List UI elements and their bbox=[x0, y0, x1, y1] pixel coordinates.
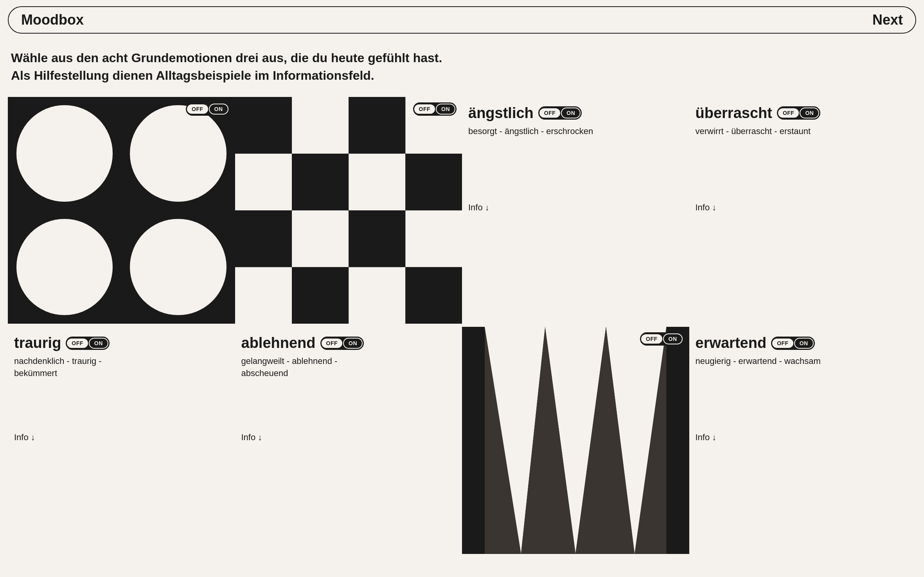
drape-toggle-overlay: OFF ON bbox=[640, 332, 684, 346]
circle-br bbox=[130, 219, 227, 315]
freudig-toggle-group: OFF ON bbox=[186, 102, 230, 116]
topbar: Moodbox Next bbox=[8, 6, 916, 34]
svg-rect-1 bbox=[292, 97, 349, 154]
erwartend-toggle-on[interactable]: ON bbox=[794, 338, 814, 349]
svg-rect-13 bbox=[292, 267, 349, 324]
svg-rect-2 bbox=[349, 97, 405, 154]
traurig-header: traurig OFF ON bbox=[14, 335, 229, 351]
app-title: Moodbox bbox=[21, 12, 84, 28]
aengstlich-header: ängstlich OFF ON bbox=[468, 105, 683, 122]
ablehnend-toggle-group: OFF ON bbox=[320, 337, 364, 350]
ablehnend-toggle-on[interactable]: ON bbox=[343, 338, 363, 349]
aengstlich-toggle-group: OFF ON bbox=[538, 106, 582, 120]
checker-toggle-off[interactable]: OFF bbox=[414, 104, 435, 114]
checker-pattern-container bbox=[235, 97, 462, 324]
drape-toggle-group: OFF ON bbox=[640, 332, 684, 346]
emotion-row-1: OFF ON bbox=[0, 97, 924, 324]
aengstlich-toggle-off[interactable]: OFF bbox=[539, 108, 561, 118]
traurig-toggle-off[interactable]: OFF bbox=[67, 339, 88, 348]
next-button[interactable]: Next bbox=[872, 12, 903, 28]
ablehnend-info-link[interactable]: Info ↓ bbox=[241, 432, 456, 443]
svg-rect-12 bbox=[235, 267, 292, 324]
svg-rect-9 bbox=[292, 210, 349, 267]
svg-rect-4 bbox=[235, 154, 292, 210]
svg-rect-6 bbox=[349, 154, 405, 210]
circle-tl bbox=[16, 105, 113, 202]
instruction-line2: Als Hilfestellung dienen Alltagsbeispiel… bbox=[11, 67, 913, 84]
erwartend-name: erwartend bbox=[696, 335, 767, 351]
emotion-traurig-cell: traurig OFF ON nachdenklich - traurig -b… bbox=[8, 327, 235, 452]
svg-rect-7 bbox=[405, 154, 462, 210]
erwartend-toggle-group: OFF ON bbox=[771, 337, 815, 350]
instruction-line1: Wähle aus den acht Grundemotionen drei a… bbox=[11, 49, 913, 67]
ablehnend-desc: gelangweilt - ablehnend -abscheuend bbox=[241, 355, 456, 380]
circle-tr bbox=[130, 105, 227, 202]
traurig-info-link[interactable]: Info ↓ bbox=[14, 432, 229, 443]
aengstlich-toggle-on[interactable]: ON bbox=[561, 108, 581, 118]
traurig-desc: nachdenklich - traurig -bekümmert bbox=[14, 355, 229, 380]
freudig-toggle-on[interactable]: ON bbox=[209, 104, 228, 115]
ablehnend-toggle-off[interactable]: OFF bbox=[322, 339, 343, 348]
svg-rect-15 bbox=[405, 267, 462, 324]
checker-svg bbox=[235, 97, 462, 324]
drape-pattern-container bbox=[462, 327, 689, 554]
ueberrascht-name: überrascht bbox=[696, 105, 772, 122]
emotion-aengstlich-cell: ängstlich OFF ON besorgt - ängstlich - e… bbox=[462, 97, 689, 222]
ablehnend-header: ablehnend OFF ON bbox=[241, 335, 456, 351]
aengstlich-name: ängstlich bbox=[468, 105, 534, 122]
aengstlich-desc: besorgt - ängstlich - erschrocken bbox=[468, 125, 683, 138]
emotion-checker-image-cell: OFF ON bbox=[235, 97, 462, 324]
emotion-drape-image-cell: OFF ON bbox=[462, 327, 689, 554]
ablehnend-name: ablehnend bbox=[241, 335, 316, 351]
drape-toggle-on[interactable]: ON bbox=[663, 333, 683, 344]
ueberrascht-desc: verwirrt - überrascht - erstaunt bbox=[696, 125, 910, 138]
ueberrascht-toggle-group: OFF ON bbox=[777, 106, 821, 120]
emotion-ueberrascht-cell: überrascht OFF ON verwirrt - überrascht … bbox=[689, 97, 917, 222]
ueberrascht-toggle-on[interactable]: ON bbox=[800, 108, 819, 118]
checker-toggle-group: OFF ON bbox=[413, 102, 457, 116]
erwartend-toggle-off[interactable]: OFF bbox=[772, 339, 793, 348]
emotion-freudig-image-cell: OFF ON bbox=[8, 97, 235, 324]
svg-rect-5 bbox=[292, 154, 349, 210]
ueberrascht-header: überrascht OFF ON bbox=[696, 105, 910, 122]
svg-rect-14 bbox=[349, 267, 405, 324]
circles-pattern bbox=[8, 97, 235, 324]
svg-rect-10 bbox=[349, 210, 405, 267]
drape-svg bbox=[462, 327, 689, 554]
erwartend-header: erwartend OFF ON bbox=[696, 335, 910, 351]
emotion-row-2: traurig OFF ON nachdenklich - traurig -b… bbox=[0, 327, 924, 554]
erwartend-info-link[interactable]: Info ↓ bbox=[696, 432, 910, 443]
circle-bl bbox=[16, 219, 113, 315]
svg-rect-8 bbox=[235, 210, 292, 267]
checker-toggle-overlay: OFF ON bbox=[413, 102, 457, 116]
traurig-name: traurig bbox=[14, 335, 61, 351]
ueberrascht-info-link[interactable]: Info ↓ bbox=[696, 202, 910, 213]
erwartend-desc: neugierig - erwartend - wachsam bbox=[696, 355, 910, 367]
drape-toggle-off[interactable]: OFF bbox=[641, 334, 662, 344]
svg-rect-0 bbox=[235, 97, 292, 154]
freudig-toggle-overlay: OFF ON bbox=[186, 102, 230, 116]
checker-toggle-on[interactable]: ON bbox=[436, 104, 455, 115]
freudig-toggle-off[interactable]: OFF bbox=[187, 104, 208, 114]
aengstlich-info-link[interactable]: Info ↓ bbox=[468, 202, 683, 213]
traurig-toggle-on[interactable]: ON bbox=[89, 338, 108, 349]
ueberrascht-toggle-off[interactable]: OFF bbox=[778, 108, 799, 118]
traurig-toggle-group: OFF ON bbox=[66, 337, 110, 350]
instructions: Wähle aus den acht Grundemotionen drei a… bbox=[0, 40, 924, 97]
circles-pattern-container bbox=[8, 97, 235, 324]
svg-rect-11 bbox=[405, 210, 462, 267]
emotion-ablehnend-cell: ablehnend OFF ON gelangweilt - ablehnend… bbox=[235, 327, 462, 452]
emotion-erwartend-cell: erwartend OFF ON neugierig - erwartend -… bbox=[689, 327, 917, 452]
